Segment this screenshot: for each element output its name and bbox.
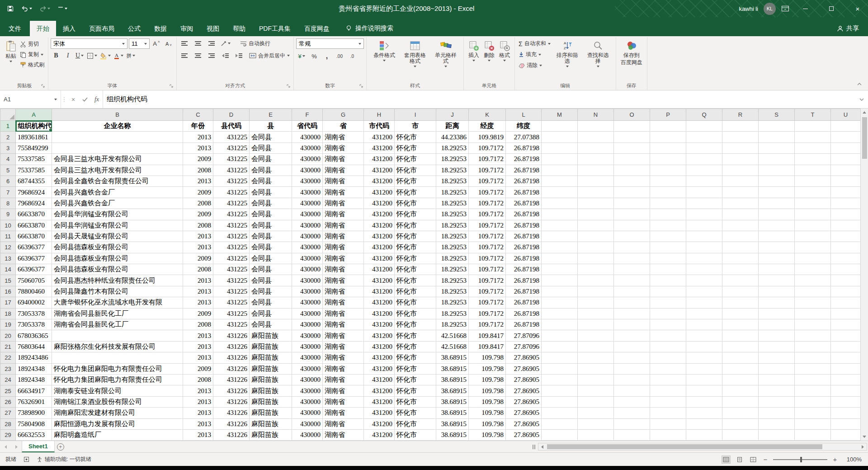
cell[interactable]: 县 <box>250 121 292 132</box>
autosum-button[interactable]: Σ 自动求和 <box>517 39 552 48</box>
cell[interactable] <box>578 330 614 341</box>
column-header-H[interactable]: H <box>364 109 395 121</box>
cell[interactable]: 湖南省 <box>323 165 364 176</box>
cell[interactable]: 会同县德森板业有限公司 <box>52 253 183 264</box>
cell[interactable]: 431226 <box>213 429 250 440</box>
close-button[interactable]: × <box>847 0 868 17</box>
cell[interactable] <box>686 231 722 242</box>
column-header-R[interactable]: R <box>722 109 759 121</box>
cell[interactable]: 66396377 <box>16 264 52 275</box>
decrease-decimal-button[interactable]: .0 <box>347 51 358 61</box>
cell[interactable]: 湖南省 <box>323 231 364 242</box>
cell[interactable]: 会同县惠杰特种纸业有限责任公司 <box>52 275 183 286</box>
cell[interactable]: 2008 <box>183 264 213 275</box>
borders-button[interactable] <box>86 51 98 61</box>
cell[interactable]: 431226 <box>213 408 250 418</box>
cell[interactable] <box>650 253 686 264</box>
macro-record-icon[interactable] <box>24 456 29 462</box>
cell[interactable]: 430000 <box>292 275 323 286</box>
cell[interactable]: 431225 <box>213 176 250 186</box>
cell[interactable] <box>759 176 795 186</box>
cell[interactable]: 2013 <box>183 385 213 396</box>
increase-font-button[interactable]: A˄ <box>151 39 162 49</box>
tab-pdf-tools[interactable]: PDF工具集 <box>252 21 297 36</box>
row-header-4[interactable]: 4 <box>0 154 16 165</box>
cell[interactable] <box>650 352 686 363</box>
cell[interactable]: 会同县 <box>250 319 292 330</box>
cell[interactable]: 会同县 <box>250 308 292 319</box>
customize-quick-access-button[interactable] <box>56 3 69 14</box>
user-name[interactable]: kawhi li <box>739 5 758 12</box>
cell[interactable]: 2013 <box>183 429 213 440</box>
cell[interactable]: 431200 <box>364 154 395 165</box>
cell[interactable]: 109.7172 <box>469 154 506 165</box>
row-header-15[interactable]: 15 <box>0 275 16 286</box>
cell[interactable]: 会同县 <box>250 253 292 264</box>
cell[interactable] <box>759 374 795 385</box>
cell[interactable]: 18.29253 <box>436 286 469 297</box>
cell[interactable]: 430000 <box>292 142 323 153</box>
cell[interactable]: 38.68915 <box>436 352 469 363</box>
cell[interactable] <box>831 352 861 363</box>
cell[interactable] <box>614 165 650 176</box>
cell[interactable]: 2013 <box>183 176 213 186</box>
cell[interactable]: 湖南省 <box>323 396 364 407</box>
column-header-G[interactable]: G <box>323 109 364 121</box>
cell[interactable]: 431225 <box>213 297 250 308</box>
cell[interactable] <box>686 132 722 142</box>
phonetic-guide-button[interactable]: 拼 <box>125 51 136 61</box>
cell[interactable]: 湖南省 <box>323 264 364 275</box>
cell[interactable]: 纬度 <box>506 121 542 132</box>
cell[interactable]: 年份 <box>183 121 213 132</box>
row-header-29[interactable]: 29 <box>0 429 16 440</box>
new-sheet-button[interactable]: + <box>55 443 66 451</box>
cell[interactable] <box>722 308 759 319</box>
cell[interactable]: 26.87198 <box>506 209 542 220</box>
cell[interactable] <box>650 242 686 253</box>
cell[interactable] <box>831 165 861 176</box>
cell[interactable]: 79686924 <box>16 187 52 198</box>
cell[interactable] <box>795 374 831 385</box>
confirm-entry-button[interactable] <box>79 90 91 108</box>
cell[interactable] <box>614 418 650 429</box>
cell[interactable]: 76803644 <box>16 341 52 352</box>
cell[interactable] <box>759 330 795 341</box>
cell[interactable]: 430000 <box>292 176 323 186</box>
cell[interactable] <box>795 264 831 275</box>
row-header-20[interactable]: 20 <box>0 330 16 341</box>
zoom-out-button[interactable]: − <box>762 456 769 463</box>
cell[interactable]: 431225 <box>213 286 250 297</box>
cell[interactable]: 109.7172 <box>469 286 506 297</box>
cell[interactable]: 湖南省 <box>323 220 364 231</box>
fill-color-button[interactable] <box>99 51 112 61</box>
cell[interactable] <box>759 187 795 198</box>
cell[interactable] <box>722 220 759 231</box>
cell[interactable]: 109.7172 <box>469 198 506 209</box>
cell[interactable] <box>722 374 759 385</box>
tab-home[interactable]: 开始 <box>30 21 56 36</box>
cell[interactable]: 755849299 <box>16 142 52 153</box>
cell[interactable] <box>650 385 686 396</box>
cell[interactable] <box>795 253 831 264</box>
cell[interactable]: 2013 <box>183 341 213 352</box>
cell[interactable]: 431200 <box>364 408 395 418</box>
cell[interactable] <box>686 253 722 264</box>
accounting-format-button[interactable]: ¥ <box>296 51 307 61</box>
cell[interactable]: 怀化电力集团麻阳电力有限责任公司 <box>52 363 183 374</box>
minimize-button[interactable] <box>795 0 816 17</box>
cell[interactable]: 18.29253 <box>436 209 469 220</box>
column-header-M[interactable]: M <box>542 109 578 121</box>
scroll-up-button[interactable] <box>861 109 868 116</box>
cell[interactable]: 怀化市 <box>395 308 436 319</box>
cell[interactable]: 431200 <box>364 319 395 330</box>
cell[interactable]: 430000 <box>292 132 323 142</box>
cell[interactable]: 430000 <box>292 341 323 352</box>
cell[interactable]: 26.87198 <box>506 165 542 176</box>
vertical-scrollbar[interactable] <box>860 109 868 441</box>
cell[interactable]: 109.798 <box>469 418 506 429</box>
cell[interactable]: 27.86905 <box>506 418 542 429</box>
cell[interactable]: 27.86905 <box>506 408 542 418</box>
cell[interactable]: 431200 <box>364 187 395 198</box>
row-header-18[interactable]: 18 <box>0 308 16 319</box>
cell[interactable]: 26.87198 <box>506 319 542 330</box>
